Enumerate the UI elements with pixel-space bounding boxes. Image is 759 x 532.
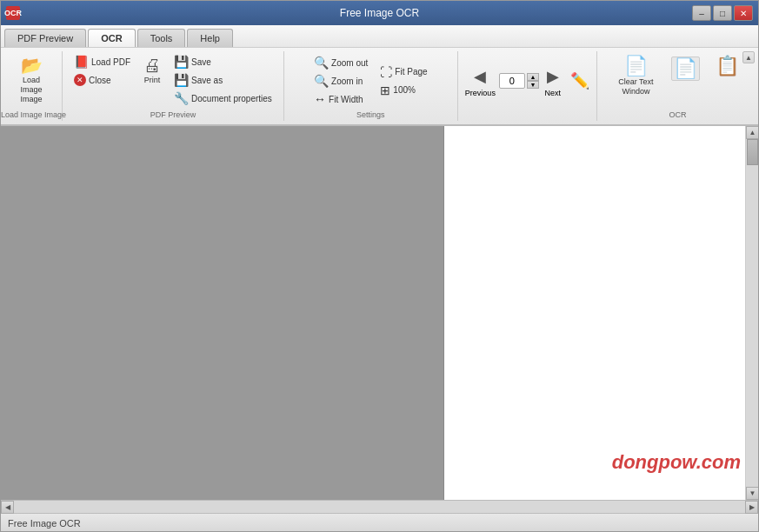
close-button-pdf[interactable]: ✕ Close — [70, 71, 135, 89]
save-button[interactable]: 💾 Save — [170, 53, 276, 70]
close-button[interactable]: ✕ — [734, 5, 753, 21]
folder-icon: 📂 — [21, 57, 43, 74]
clear-text-label: Clear Text Window — [616, 77, 656, 96]
next-label: Next — [545, 89, 562, 97]
vertical-scrollbar[interactable]: ▲ ▼ — [745, 126, 758, 500]
window-controls: – □ ✕ — [692, 5, 753, 21]
fit-width-label: Fit Width — [329, 95, 363, 104]
fit-width-button[interactable]: ↔ Fit Width — [310, 90, 367, 108]
save-as-label: Save as — [191, 76, 223, 85]
group-label-settings: Settings — [284, 110, 457, 119]
previous-label: Previous — [465, 89, 496, 97]
zoom-100-button[interactable]: ⊞ 100% — [376, 82, 431, 99]
load-image-button[interactable]: 📂 Load Image Image — [8, 53, 55, 107]
close-icon-pdf: ✕ — [74, 74, 86, 86]
fit-col: ⛶ Fit Page ⊞ 100% — [376, 63, 431, 99]
scroll-left-button[interactable]: ◀ — [1, 501, 14, 514]
text-pane-inner: ▲ ▼ — [444, 126, 758, 500]
tab-help[interactable]: Help — [187, 29, 233, 47]
next-nav: ▶ Next — [543, 64, 563, 97]
text-content — [444, 126, 745, 500]
menu-tabs-area: PDF Preview OCR Tools Help — [1, 25, 758, 48]
tab-tools[interactable]: Tools — [137, 29, 186, 47]
scroll-down-button[interactable]: ▼ — [746, 487, 758, 500]
maximize-button[interactable]: □ — [713, 5, 732, 21]
zoom-out-button[interactable]: 🔍 Zoom out — [310, 54, 372, 71]
scroll-up-button[interactable]: ▲ — [746, 126, 758, 139]
ribbon: ▲ 📂 Load Image Image Load Image Image 📕 … — [1, 48, 758, 126]
image-pane — [1, 126, 444, 500]
scroll-right-button[interactable]: ▶ — [745, 501, 758, 514]
status-text: Free Image OCR — [8, 518, 81, 529]
page-number-input[interactable] — [499, 73, 525, 89]
horizontal-scrollbar[interactable]: ◀ ▶ — [1, 500, 758, 513]
page-input-group: ▲ ▼ — [499, 73, 539, 89]
tab-ocr[interactable]: OCR — [88, 29, 135, 47]
zoom-in-label: Zoom in — [331, 76, 363, 86]
zoom-100-label: 100% — [393, 85, 416, 95]
scroll-track-h — [14, 501, 745, 513]
load-pdf-label: Load PDF — [91, 57, 130, 67]
ocr-page-button[interactable]: 📄 — [665, 53, 706, 84]
pdf-col-save: 💾 Save 💾 Save as 🔧 Document properties — [170, 53, 276, 107]
ribbon-group-ocr: 📄 Clear Text Window 📄 📋 OCR — [597, 51, 758, 121]
pdf-icon: 📕 — [74, 56, 89, 68]
load-pdf-button[interactable]: 📕 Load PDF — [70, 53, 135, 70]
group-label-ocr: OCR — [597, 110, 758, 119]
clear-text-icon: 📄 — [624, 57, 648, 76]
window-title: Free Image OCR — [340, 7, 419, 19]
print-button[interactable]: 🖨 Print — [136, 53, 168, 88]
scroll-track-v — [746, 139, 758, 487]
zoom-col: 🔍 Zoom out 🔍 Zoom in ↔ Fit Width — [310, 54, 372, 108]
save-as-button[interactable]: 💾 Save as — [170, 71, 276, 89]
save-label: Save — [191, 57, 211, 67]
tab-bar: PDF Preview OCR Tools Help — [1, 25, 758, 47]
main-area: ▲ ▼ dongpow.com — [1, 126, 758, 500]
ocr-items: 📄 Clear Text Window 📄 📋 — [609, 53, 745, 109]
text-pane: ▲ ▼ — [444, 126, 758, 500]
ribbon-group-pdf-preview: 📕 Load PDF ✕ Close 🖨 Print 💾 Sa — [63, 51, 284, 121]
tab-pdf-preview[interactable]: PDF Preview — [4, 29, 86, 47]
title-bar: OCR Free Image OCR – □ ✕ — [1, 1, 758, 25]
save-as-icon: 💾 — [174, 74, 189, 86]
page-spinner-up[interactable]: ▲ — [527, 73, 539, 81]
save-icon: 💾 — [174, 56, 189, 68]
ribbon-group-navigation: ◀ Previous ▲ ▼ ▶ Next ✏️ — [458, 51, 597, 121]
group-label-load-image: Load Image Image — [1, 110, 62, 119]
group-label-pdf-preview: PDF Preview — [63, 110, 283, 119]
doc-props-icon: 🔧 — [174, 92, 189, 104]
clear-text-window-button[interactable]: 📄 Clear Text Window — [609, 53, 662, 100]
next-button[interactable]: ▶ — [543, 64, 563, 89]
prev-nav: ◀ Previous — [465, 64, 496, 97]
close-label: Close — [89, 76, 111, 85]
minimize-button[interactable]: – — [692, 5, 711, 21]
pdf-col-1: 📕 Load PDF ✕ Close — [70, 53, 135, 89]
zoom-in-icon: 🔍 — [314, 75, 329, 87]
pdf-preview-items: 📕 Load PDF ✕ Close 🖨 Print 💾 Sa — [70, 53, 276, 117]
settings-items: 🔍 Zoom out 🔍 Zoom in ↔ Fit Width ⛶ Fit P… — [310, 53, 432, 109]
document-properties-button[interactable]: 🔧 Document properties — [170, 90, 276, 107]
zoom-out-label: Zoom out — [331, 58, 368, 68]
fit-page-icon: ⛶ — [380, 66, 392, 78]
zoom-out-icon: 🔍 — [314, 57, 329, 69]
ocr-copy-icon: 📋 — [716, 57, 739, 76]
printer-icon: 🖨 — [143, 57, 161, 74]
nav-items: ◀ Previous ▲ ▼ ▶ Next ✏️ — [465, 53, 589, 109]
previous-button[interactable]: ◀ — [469, 64, 490, 89]
fit-width-icon: ↔ — [314, 93, 326, 105]
pencil-icon: ✏️ — [570, 71, 589, 90]
page-spinner-down[interactable]: ▼ — [527, 81, 539, 89]
page-spinner: ▲ ▼ — [527, 73, 539, 89]
app-icon: OCR — [6, 6, 20, 20]
ocr-page-icon: 📄 — [671, 57, 700, 81]
scroll-thumb-v[interactable] — [747, 139, 758, 165]
pdf-col-print: 🖨 Print — [136, 53, 168, 88]
next-label-text: Next — [545, 89, 562, 97]
load-image-label: Load Image Image — [14, 76, 49, 103]
status-bar: Free Image OCR — [1, 513, 758, 532]
zoom-in-button[interactable]: 🔍 Zoom in — [310, 72, 367, 90]
ribbon-group-settings: 🔍 Zoom out 🔍 Zoom in ↔ Fit Width ⛶ Fit P… — [284, 51, 458, 121]
fit-page-button[interactable]: ⛶ Fit Page — [376, 63, 431, 81]
ocr-copy-button[interactable]: 📋 — [709, 53, 745, 79]
zoom-100-icon: ⊞ — [380, 84, 390, 96]
